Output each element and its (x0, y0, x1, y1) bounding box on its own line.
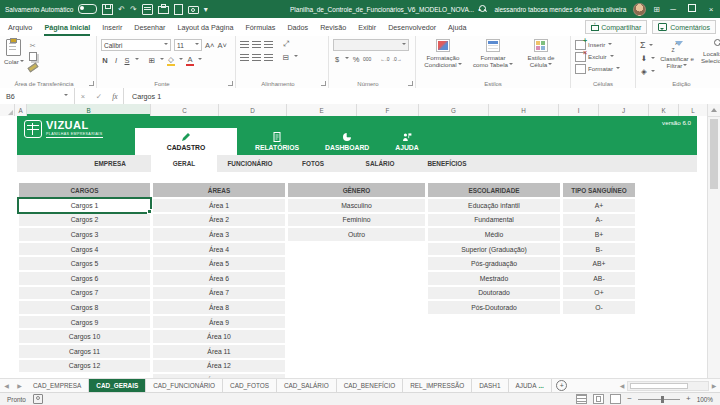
cargos-cell[interactable]: Cargos 10 (19, 330, 150, 343)
subtab-funcionario[interactable]: FUNCIONÁRIO (227, 155, 272, 172)
area-cell[interactable]: Área 12 (153, 360, 285, 373)
tipo-sanguineo-cell[interactable]: B- (563, 243, 635, 256)
name-box[interactable]: B6 (0, 88, 75, 104)
escolaridade-cell[interactable]: Pós-Doutorado (428, 301, 560, 314)
fill-color-icon[interactable]: ◇ (167, 54, 175, 66)
borders-icon[interactable]: ⊞ (148, 55, 156, 65)
conditional-formatting-button[interactable]: Formatação Condicional (420, 39, 466, 77)
view-page-break-icon[interactable] (610, 394, 621, 404)
font-color-icon[interactable]: A (186, 54, 194, 66)
format-as-table-button[interactable]: Formatar como Tabela (470, 39, 516, 77)
column-header[interactable]: C (151, 104, 219, 116)
column-header[interactable]: K (649, 104, 679, 116)
genero-cell[interactable]: Masculino (288, 199, 425, 212)
orientation-icon[interactable]: ⤢ (282, 39, 290, 49)
horizontal-scrollbar[interactable]: ◀ ▶ (616, 379, 720, 392)
zoom-slider-thumb[interactable] (661, 396, 664, 403)
tab-revisao[interactable]: Revisão (320, 18, 346, 36)
column-header[interactable]: A (15, 104, 27, 116)
zoom-level[interactable]: 100% (697, 396, 713, 403)
cargos-cell[interactable]: Cargos 11 (19, 345, 150, 358)
grow-font-button[interactable]: A˄ (205, 40, 214, 50)
escolaridade-cell[interactable]: Pós-graduação (428, 257, 560, 270)
tipo-sanguineo-cell[interactable]: AB- (563, 272, 635, 285)
column-header[interactable]: H (489, 104, 559, 116)
tab-formulas[interactable]: Fórmulas (245, 18, 275, 36)
sheet-tab-cad-gerais[interactable]: CAD_GERAIS (89, 379, 146, 392)
area-cell[interactable]: Área 5 (153, 257, 285, 270)
cargos-cell[interactable]: Cargos 6 (19, 272, 150, 285)
select-all-corner[interactable] (0, 104, 15, 116)
area-cell[interactable]: Área 8 (153, 301, 285, 314)
zoom-slider[interactable] (638, 399, 680, 400)
cancel-icon[interactable]: × (75, 92, 91, 101)
vertical-scroll-thumb[interactable] (710, 119, 718, 189)
tab-dados[interactable]: Dados (287, 18, 308, 36)
area-cell[interactable]: Área 6 (153, 272, 285, 285)
align-middle-icon[interactable] (252, 41, 261, 48)
column-header[interactable]: E (287, 104, 357, 116)
accounting-format-icon[interactable]: $ (333, 54, 341, 64)
horizontal-scroll-thumb[interactable] (630, 383, 688, 389)
area-cell[interactable]: Área 7 (153, 287, 285, 300)
autosave-toggle[interactable] (78, 4, 97, 14)
tab-pagina-inicial[interactable]: Página Inicial (44, 18, 90, 36)
cargos-cell[interactable]: Cargos 3 (19, 228, 150, 241)
underline-button[interactable]: S (123, 55, 131, 65)
close-icon[interactable]: × (705, 5, 717, 14)
tipo-sanguineo-cell[interactable]: B+ (563, 228, 635, 241)
save-icon[interactable] (102, 4, 113, 15)
subtab-fotos[interactable]: FOTOS (302, 155, 324, 172)
sheet-nav-left-icon[interactable]: ◀ (0, 379, 13, 392)
tipo-sanguineo-cell[interactable]: O- (563, 301, 635, 314)
tipo-sanguineo-cell[interactable]: A- (563, 214, 635, 227)
cargos-cell[interactable]: Cargos 4 (19, 243, 150, 256)
zoom-out-icon[interactable]: − (627, 395, 632, 403)
sheet-tab-cad-salario[interactable]: CAD_SALÁRIO (277, 379, 337, 392)
tab-desenhar[interactable]: Desenhar (134, 18, 165, 36)
merge-center-icon[interactable]: ⊟ (282, 52, 290, 62)
banner-tab-relatorios[interactable]: RELATÓRIOS (247, 128, 307, 155)
enter-icon[interactable]: ✓ (91, 92, 107, 101)
subtab-beneficios[interactable]: BENEFÍCIOS (427, 155, 466, 172)
escolaridade-cell[interactable]: Doutorado (428, 287, 560, 300)
cargos-cell[interactable]: Cargos 12 (19, 360, 150, 373)
print-icon[interactable] (158, 6, 169, 14)
tab-exibir[interactable]: Exibir (358, 18, 376, 36)
undo-icon[interactable]: ↶ (118, 5, 125, 14)
column-header[interactable]: L (679, 104, 707, 116)
area-cell[interactable]: Área 10 (153, 330, 285, 343)
escolaridade-cell[interactable]: Educação infantil (428, 199, 560, 212)
cargos-cell[interactable]: Cargos 9 (19, 316, 150, 329)
shrink-font-button[interactable]: A˅ (217, 40, 226, 50)
escolaridade-cell[interactable]: Superior (Graduação) (428, 243, 560, 256)
underline-dropdown-icon[interactable] (135, 58, 139, 62)
format-cells-button[interactable]: Formatar (575, 63, 631, 74)
tab-desenvolvedor[interactable]: Desenvolvedor (388, 18, 436, 36)
sheet-tab-rel-impressao[interactable]: REL_IMPRESSÃO (403, 379, 472, 392)
sheet-tab-cad-empresa[interactable]: CAD_EMPRESA (26, 379, 89, 392)
scroll-up-icon[interactable] (708, 104, 720, 117)
quick-access-chevron-icon[interactable]: ▾ (204, 5, 208, 14)
sheet-tab-cad-fotos[interactable]: CAD_FOTOS (223, 379, 277, 392)
cargos-cell[interactable]: Cargos 2 (19, 214, 150, 227)
tab-ajuda[interactable]: Ajuda (448, 18, 466, 36)
banner-tab-ajuda[interactable]: AJUDA (387, 128, 426, 155)
copy-icon[interactable] (28, 52, 38, 61)
number-format-select[interactable] (333, 39, 409, 51)
minimize-icon[interactable]: ─ (667, 5, 679, 14)
tab-layout-da-pagina[interactable]: Layout da Página (177, 18, 233, 36)
view-normal-icon[interactable] (576, 394, 587, 404)
font-name-select[interactable]: Calibri (101, 39, 171, 51)
vertical-scrollbar[interactable] (707, 104, 720, 378)
sheet-tab-ajuda[interactable]: AJUDA ... (509, 379, 552, 392)
cargos-cell[interactable]: Cargos 5 (19, 257, 150, 270)
new-file-icon[interactable] (174, 4, 183, 15)
share-button[interactable]: Compartilhar (585, 20, 647, 34)
fill-button[interactable]: ⬇ (640, 53, 655, 64)
cargos-cell[interactable]: Cargos 1 (19, 199, 150, 212)
tab-arquivo[interactable]: Arquivo (8, 18, 32, 36)
paste-button[interactable]: Colar (4, 39, 24, 77)
zoom-in-icon[interactable]: + (686, 395, 691, 403)
sheet-tab-cad-beneficio[interactable]: CAD_BENEFÍCIO (337, 379, 404, 392)
